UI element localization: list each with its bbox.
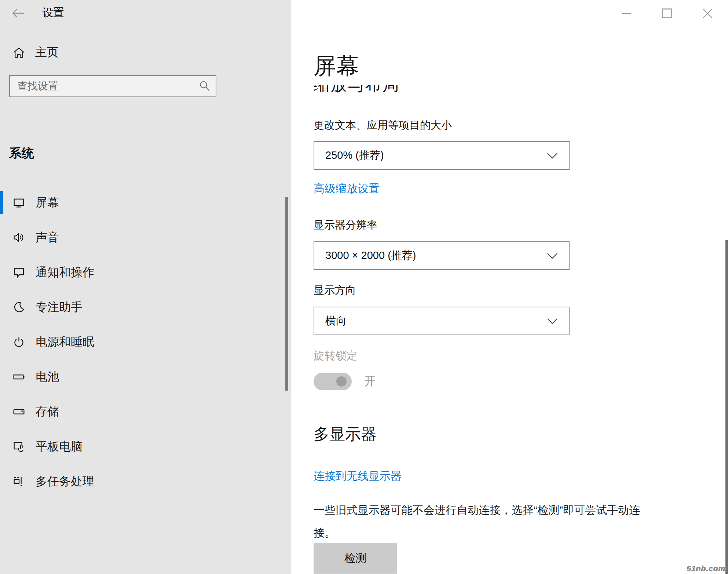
description-line: 接。	[314, 522, 713, 544]
app-title: 设置	[42, 5, 64, 20]
watermark: 51nb.com	[687, 564, 726, 573]
rotation-lock-toggle	[314, 373, 352, 390]
sidebar-item-label: 多任务处理	[36, 474, 94, 490]
sidebar-item-notifications[interactable]: 通知和操作	[0, 259, 282, 286]
sidebar-item-label: 专注助手	[36, 299, 83, 315]
chevron-down-icon	[547, 253, 558, 259]
content-scrollbar[interactable]	[725, 240, 728, 574]
multitasking-icon	[12, 475, 26, 488]
toggle-knob	[336, 376, 347, 387]
sidebar-nav: 屏幕 声音 通知和操作 专注助手	[0, 189, 282, 502]
orientation-dropdown[interactable]: 横向	[314, 307, 570, 335]
resolution-label: 显示器分辨率	[314, 218, 377, 233]
home-icon	[12, 46, 26, 59]
sidebar-item-label: 通知和操作	[36, 264, 94, 281]
scale-label: 更改文本、应用等项目的大小	[314, 118, 452, 133]
maximize-icon	[662, 8, 672, 18]
sidebar-item-label: 存储	[36, 404, 59, 420]
search-input[interactable]	[10, 80, 197, 92]
sidebar-item-battery[interactable]: 电池	[0, 363, 282, 391]
sidebar: 设置 主页 系统 屏幕	[0, 0, 291, 574]
sidebar-scrollbar[interactable]	[285, 197, 288, 391]
settings-window: { "colors": { "accent": "#0078d7", "link…	[0, 0, 728, 574]
sidebar-item-home[interactable]: 主页	[12, 43, 59, 62]
sidebar-section-header: 系统	[9, 145, 34, 162]
back-button[interactable]	[10, 6, 26, 21]
sidebar-item-focus-assist[interactable]: 专注助手	[0, 293, 282, 321]
selected-accent-bar	[0, 191, 3, 214]
sidebar-item-power-sleep[interactable]: 电源和睡眠	[0, 328, 282, 356]
sidebar-item-label: 平板电脑	[36, 439, 83, 455]
sidebar-item-label: 声音	[36, 230, 59, 246]
sidebar-item-display[interactable]: 屏幕	[0, 189, 282, 216]
description-line: 一些旧式显示器可能不会进行自动连接，选择“检测”即可尝试手动连	[314, 499, 713, 522]
search-box	[9, 75, 216, 97]
window-controls	[606, 0, 728, 26]
minimize-button[interactable]	[606, 0, 647, 26]
minimize-icon	[621, 8, 631, 18]
power-icon	[12, 335, 26, 349]
battery-icon	[12, 370, 26, 384]
orientation-label: 显示方向	[314, 283, 356, 298]
multi-display-heading: 多显示器	[314, 424, 377, 445]
close-icon	[703, 8, 713, 18]
sidebar-item-sound[interactable]: 声音	[0, 224, 282, 251]
detect-button[interactable]: 检测	[314, 543, 397, 574]
multi-display-description: 一些旧式显示器可能不会进行自动连接，选择“检测”即可尝试手动连 接。	[314, 499, 713, 544]
resolution-dropdown[interactable]: 3000 × 2000 (推荐)	[314, 241, 570, 270]
display-icon	[12, 196, 26, 209]
rotation-lock-label: 旋转锁定	[314, 348, 358, 363]
resolution-dropdown-value: 3000 × 2000 (推荐)	[325, 248, 416, 263]
wireless-display-link[interactable]: 连接到无线显示器	[314, 469, 402, 484]
chevron-down-icon	[547, 318, 558, 324]
search-icon[interactable]	[197, 80, 213, 92]
maximize-button[interactable]	[647, 0, 687, 26]
orientation-dropdown-value: 横向	[325, 314, 347, 328]
sidebar-item-storage[interactable]: 存储	[0, 398, 282, 425]
content-pane: 屏幕 缩放与布局 更改文本、应用等项目的大小 250% (推荐) 高级缩放设置 …	[291, 0, 728, 574]
sound-icon	[12, 231, 26, 244]
back-arrow-icon	[12, 7, 25, 19]
scale-dropdown-value: 250% (推荐)	[325, 148, 384, 163]
sidebar-item-label: 电池	[36, 369, 59, 385]
notifications-icon	[12, 266, 26, 279]
focus-assist-icon	[12, 300, 26, 314]
chevron-down-icon	[547, 153, 558, 159]
rotation-lock-state: 开	[364, 373, 376, 390]
storage-icon	[12, 405, 26, 418]
section-header-scale-layout-clipped: 缩放与布局	[314, 85, 400, 95]
sidebar-item-label: 主页	[35, 44, 59, 61]
sidebar-item-label: 屏幕	[36, 195, 59, 211]
scale-dropdown[interactable]: 250% (推荐)	[314, 141, 570, 170]
close-button[interactable]	[687, 0, 728, 26]
advanced-scaling-link[interactable]: 高级缩放设置	[314, 181, 380, 196]
sidebar-item-multitasking[interactable]: 多任务处理	[0, 468, 282, 495]
sidebar-item-label: 电源和睡眠	[36, 334, 94, 350]
page-title: 屏幕	[314, 51, 359, 81]
sidebar-item-tablet[interactable]: 平板电脑	[0, 433, 282, 460]
tablet-icon	[12, 440, 26, 453]
